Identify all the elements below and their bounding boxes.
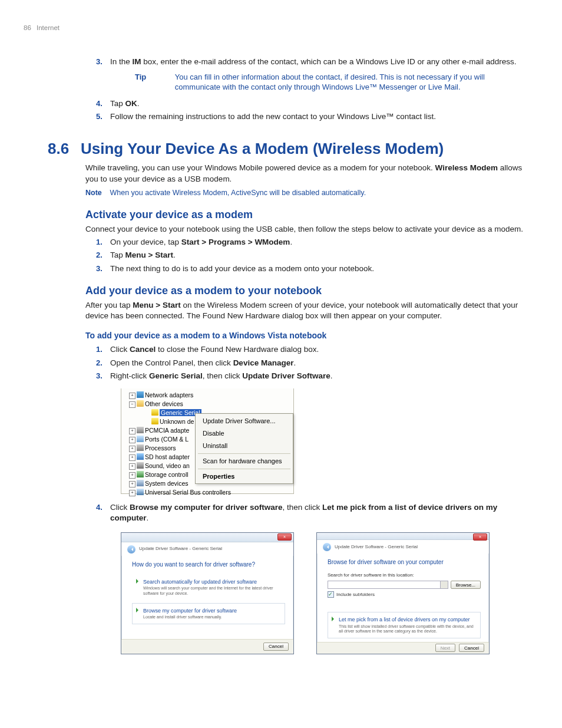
tip-label: Tip — [135, 72, 173, 83]
next-button[interactable]: Next — [435, 644, 455, 652]
vista-steps-cont: 4. Click Browse my computer for driver s… — [85, 502, 527, 523]
ctx-update-driver[interactable]: Update Driver Software... — [196, 415, 293, 427]
usb-icon — [137, 489, 144, 495]
storage-icon — [137, 471, 144, 477]
a-step-2: 2. Tap Menu > Start. — [85, 250, 527, 261]
ctx-separator — [198, 469, 290, 469]
ctx-uninstall[interactable]: Uninstall — [196, 440, 293, 452]
add-modem-intro: After you tap Menu > Start on the Wirele… — [85, 300, 527, 321]
note-label: Note — [85, 188, 108, 198]
device-manager-screenshot: +Network adapters −Other devices Generic… — [121, 388, 294, 494]
breadcrumb: Update Driver Software - Generic Serial — [335, 544, 418, 551]
subheading-vista: To add your device as a modem to a Windo… — [85, 330, 527, 341]
section-intro: While traveling, you can use your Window… — [85, 163, 527, 184]
close-icon[interactable]: × — [277, 533, 292, 541]
arrow-icon — [330, 617, 335, 621]
sd-icon — [137, 453, 144, 460]
back-icon[interactable] — [323, 543, 331, 551]
update-driver-dialog-2: × Update Driver Software - Generic Seria… — [316, 532, 490, 654]
page-number: 86 — [24, 24, 31, 31]
activate-intro: Connect your device to your notebook usi… — [85, 224, 527, 235]
option-search-automatically[interactable]: Search automatically for updated driver … — [132, 574, 285, 601]
ctx-properties[interactable]: Properties — [196, 470, 293, 483]
b-step-4: 4. Click Browse my computer for driver s… — [85, 502, 527, 523]
arrow-icon — [135, 608, 140, 612]
dialog-titlebar: × — [317, 533, 489, 541]
ctx-scan-hardware[interactable]: Scan for hardware changes — [196, 455, 293, 467]
b-step-3: 3. Right-click Generic Serial, then clic… — [85, 371, 527, 381]
page-section: Internet — [37, 24, 59, 31]
folder-icon — [137, 400, 144, 407]
top-steps: 3. In the IM box, enter the e-mail addre… — [85, 57, 527, 123]
breadcrumb: Update Driver Software - Generic Serial — [139, 546, 222, 552]
step-4: 4. Tap OK. — [85, 98, 527, 109]
ctx-separator — [198, 453, 290, 454]
b-step-2: 2. Open the Control Panel, then click De… — [85, 358, 527, 368]
ctx-disable[interactable]: Disable — [196, 427, 293, 440]
activate-steps: 1. On your device, tap Start > Programs … — [85, 237, 527, 274]
processor-icon — [137, 444, 144, 451]
back-icon[interactable] — [127, 545, 135, 554]
cancel-button[interactable]: Cancel — [263, 643, 289, 651]
pcmcia-icon — [137, 427, 144, 433]
b-step-1: 1. Click Cancel to close the Found New H… — [85, 344, 527, 355]
subheading-add-modem: Add your device as a modem to your noteb… — [85, 284, 527, 298]
warning-icon — [151, 418, 158, 424]
warning-icon — [151, 409, 158, 416]
ports-icon — [137, 436, 144, 442]
a-step-3: 3. The next thing to do is to add your d… — [85, 263, 527, 274]
option-browse-computer[interactable]: Browse my computer for driver software L… — [132, 603, 285, 624]
dialog-question: How do you want to search for driver sof… — [132, 561, 285, 569]
vista-steps: 1. Click Cancel to close the Found New H… — [85, 344, 527, 381]
option-pick-from-list[interactable]: Let me pick from a list of device driver… — [328, 612, 481, 638]
a-step-1: 1. On your device, tap Start > Programs … — [85, 237, 527, 248]
step-5: 5. Follow the remaining instructions to … — [85, 111, 527, 122]
checkbox-icon — [328, 591, 334, 598]
sound-icon — [137, 462, 144, 469]
arrow-icon — [135, 579, 140, 584]
tip-body: You can fill in other information about … — [175, 72, 524, 93]
dialog-heading: Browse for driver software on your compu… — [328, 558, 481, 566]
include-subfolders-checkbox[interactable]: Include subfolders — [328, 591, 481, 598]
subheading-activate: Activate your device as a modem — [85, 207, 527, 222]
system-icon — [137, 480, 144, 486]
update-driver-dialog-1: × Update Driver Software - Generic Seria… — [121, 532, 294, 654]
note-body: When you activate Wireless Modem, Active… — [110, 188, 526, 198]
network-icon — [137, 391, 144, 398]
tree-network-adapters[interactable]: +Network adapters — [121, 391, 293, 400]
step-3: 3. In the IM box, enter the e-mail addre… — [85, 57, 527, 93]
location-label: Search for driver software in this locat… — [328, 572, 481, 579]
section-heading: 8.6Using Your Device As a Modem (Wireles… — [48, 139, 527, 159]
context-menu: Update Driver Software... Disable Uninst… — [195, 413, 293, 484]
tip-block: Tip You can fill in other information ab… — [135, 72, 527, 93]
location-combo[interactable] — [328, 581, 448, 589]
close-icon[interactable]: × — [473, 533, 487, 541]
dialog-titlebar: × — [121, 533, 293, 542]
cancel-button[interactable]: Cancel — [459, 644, 484, 652]
note-block: Note When you activate Wireless Modem, A… — [85, 188, 527, 198]
tree-usb[interactable]: +Universal Serial Bus controllers — [121, 488, 293, 497]
browse-button[interactable]: Browse... — [451, 581, 481, 589]
page-header: 86 Internet — [24, 24, 527, 33]
